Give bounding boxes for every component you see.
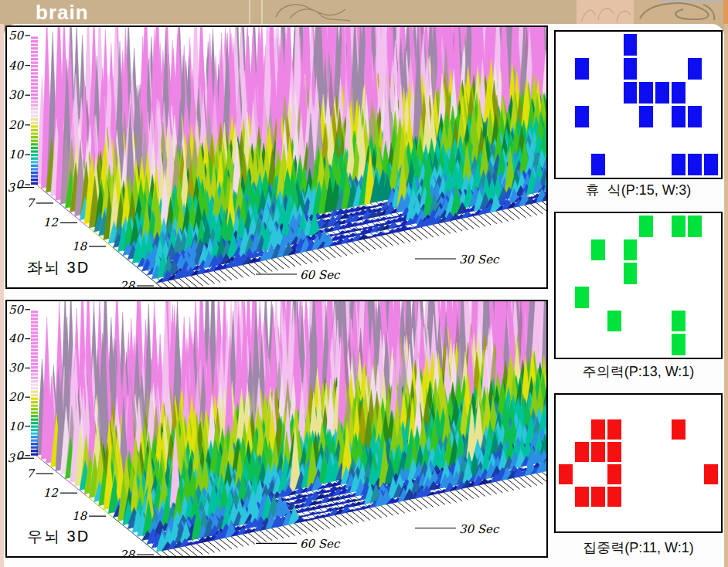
grid-cell [624,154,638,175]
grid-cell [607,287,621,308]
grid-cell [607,34,621,56]
grid-cell [639,34,653,56]
grid-cell [607,487,621,507]
grid-cell [655,216,669,237]
freq-axis-tick-label: 7 [26,467,36,480]
left-brain-3d-surface-canvas: 010203040503712182860 Sec30 Sec좌뇌 3D [7,27,546,287]
grid-cell [559,216,573,237]
grid-cell [559,82,573,104]
grid-cell [688,58,702,80]
grid-cell [624,397,638,417]
grid-cell [575,216,589,237]
grid-cell [575,58,589,80]
grid-cell [688,509,702,529]
grid-cell [607,106,621,127]
grid-cell [575,263,589,284]
grid-cell [575,311,589,332]
grid-cell [672,334,685,355]
right-edge-border [724,24,728,567]
grid-cell [575,34,589,56]
grid-cell [559,464,573,484]
attention-grid-label: 주의력(P:13, W:1) [554,362,723,381]
grid-cell [655,334,669,355]
grid-cell [591,334,605,355]
grid-cell [624,239,638,261]
grid-cell [672,397,685,417]
grid-cell [688,287,702,308]
grid-cell [672,464,685,484]
grid-cell [559,239,573,261]
grid-cell [672,239,685,261]
grid-cell [672,34,685,56]
z-axis-tick-label: 20 [9,390,25,403]
grid-cell [672,58,685,80]
grid-cell [688,397,702,417]
grid-cell [639,397,653,417]
chart-title-label: 우뇌 3D [27,528,90,545]
grid-cell [639,154,653,175]
grid-cell [607,419,621,440]
grid-cell [704,34,718,56]
grid-cell [624,106,638,127]
grid-cell [575,287,589,308]
freq-axis-tick-label: 3 [8,181,16,195]
grid-cell [639,263,653,284]
grid-cell [559,287,573,308]
grid-cell [655,509,669,529]
grid-cell [704,487,718,507]
grid-cell [655,154,669,175]
grid-cell [672,106,685,127]
grid-cell [559,397,573,417]
grid-cell [655,442,669,462]
grid-cell [591,58,605,80]
grid-cell [655,58,669,80]
grid-cell [672,154,685,175]
grid-cell [704,130,718,151]
grid-cell [591,106,605,127]
rest-activity-grid [554,30,723,179]
grid-cell [639,130,653,151]
grid-cell [639,82,653,104]
time-axis-tick-label: 60 Sec [300,268,341,282]
brain-photo-decoration [577,0,634,24]
header-divider [261,0,263,24]
grid-cell [591,442,605,462]
grid-cell [688,154,702,175]
grid-cell [591,216,605,237]
time-axis-tick-label: 30 Sec [459,253,500,267]
header-top-line [661,0,728,2]
freq-axis-tick-label: 7 [26,196,36,210]
grid-cell [591,130,605,151]
grid-cell [624,82,638,104]
grid-cell [688,311,702,332]
grid-cell [688,216,702,237]
grid-cell [575,487,589,507]
grid-cell [704,82,718,104]
grid-cell [655,82,669,104]
z-axis-tick-label: 30 [9,361,25,374]
grid-cell [704,334,718,355]
grid-cell [575,509,589,529]
grid-cell [607,311,621,332]
grid-cell [624,58,638,80]
content-area: 010203040503712182860 Sec30 Sec좌뇌 3D 010… [4,24,724,567]
grid-cell [607,397,621,417]
grid-cell [559,263,573,284]
grid-cell [624,130,638,151]
grid-cell [672,216,685,237]
grid-cell [655,419,669,440]
chart-title-label: 좌뇌 3D [27,259,90,276]
time-axis-tick-label: 30 Sec [459,522,500,535]
grid-cell [591,263,605,284]
z-axis-tick-label: 30 [9,88,25,102]
grid-cell [688,239,702,261]
grid-cell [688,487,702,507]
grid-cell [672,311,685,332]
grid-cell [688,106,702,127]
grid-cell [591,287,605,308]
focus-activity-grid [554,393,723,533]
grid-cell [591,311,605,332]
grid-cell [704,442,718,462]
z-axis-tick-label: 20 [9,118,25,132]
grid-cell [639,419,653,440]
